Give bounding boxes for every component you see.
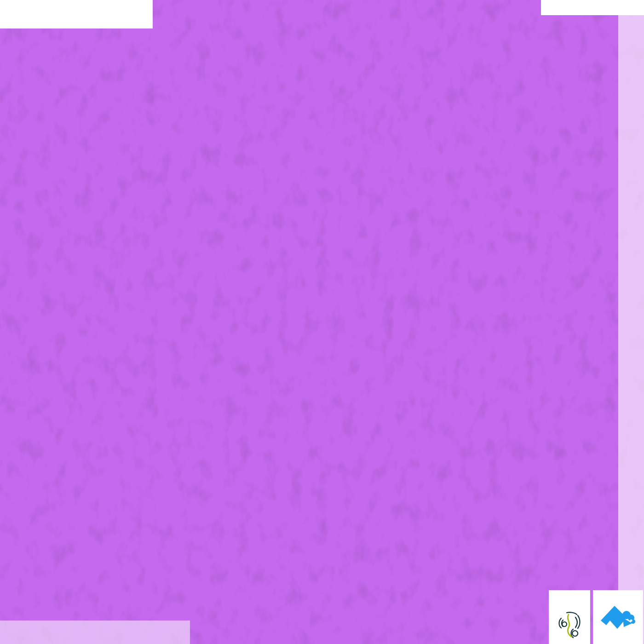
map-canvas	[0, 0, 644, 644]
scale-bar	[0, 621, 190, 644]
geosphere-contour-icon	[555, 609, 584, 642]
scale-bar-ruler	[0, 621, 190, 644]
weather-map-screenshot	[0, 0, 644, 644]
legend-panel-backdrop	[618, 0, 644, 644]
map-title	[3, 1, 149, 14]
map-title-box	[0, 0, 153, 29]
avalanche-service-logo-box	[593, 590, 643, 644]
terrain-shading	[0, 0, 644, 644]
geosphere-logo-box	[549, 590, 590, 644]
model-label-box	[541, 0, 644, 15]
avalanche-mountain-icon	[596, 597, 640, 638]
